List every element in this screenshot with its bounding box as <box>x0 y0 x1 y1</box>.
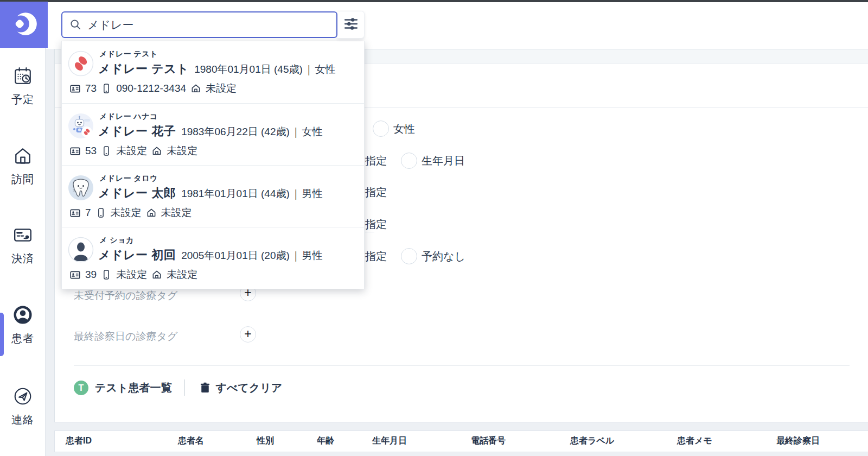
filter-fragment-2: 指定 <box>365 184 387 200</box>
search-filter-button[interactable] <box>337 11 365 39</box>
patient-birthdate: 1981年01月01日 (44歳) <box>181 188 290 199</box>
search-result-row[interactable]: メドレー テスト メドレー テスト1980年01月01日 (45歳)｜女性 73… <box>62 41 364 103</box>
mobile-phone-icon <box>101 145 112 156</box>
patient-kana: メ ショカ <box>99 236 134 245</box>
col-patient-id: 患者ID <box>66 435 92 447</box>
patient-kana: メドレー タロウ <box>99 174 158 183</box>
patient-main-line: メドレー 太郎1981年01月01日 (44歳)｜男性 <box>98 185 322 201</box>
patient-home-value: 未設定 <box>206 81 237 96</box>
app-logo[interactable] <box>0 2 48 48</box>
patient-birthdate: 1980年01月01日 (45歳) <box>194 64 303 75</box>
gender-female-label: 女性 <box>393 121 415 137</box>
mobile-phone-icon <box>101 269 112 280</box>
filter-fragment-3: 指定 <box>365 216 387 232</box>
patient-gender: 男性 <box>302 250 322 261</box>
patient-gender: 女性 <box>315 64 335 75</box>
clear-all-button[interactable]: すべてクリア <box>215 381 282 395</box>
credit-card-icon <box>0 225 46 247</box>
calendar-clock-icon <box>0 66 46 88</box>
last-visit-tag-label: 最終診察日の診療タグ <box>74 330 177 344</box>
search-result-row[interactable]: メドレー タロウ メドレー 太郎1981年01月01日 (44歳)｜男性 7 未… <box>62 165 364 227</box>
patient-search-input[interactable] <box>61 11 337 38</box>
birthdate-radio[interactable] <box>401 153 417 169</box>
sidebar-item-schedule[interactable]: 予定 <box>0 66 46 107</box>
trash-icon <box>200 382 210 393</box>
gender-female-radio[interactable] <box>373 121 389 137</box>
patient-name: メドレー 太郎 <box>98 186 176 200</box>
separator-bar: ｜ <box>291 126 301 137</box>
patient-id-value: 53 <box>85 145 97 157</box>
no-reservation-radio[interactable] <box>401 248 417 264</box>
active-nav-indicator <box>0 313 4 356</box>
col-gender: 性別 <box>257 435 274 447</box>
test-list-badge: T <box>74 381 88 395</box>
patient-home-value: 未設定 <box>167 268 197 282</box>
patient-meta-line: 7 未設定 未設定 <box>69 206 192 220</box>
patient-meta-line: 73 090-1212-3434 未設定 <box>69 81 237 96</box>
patient-name: メドレー 初回 <box>98 248 176 262</box>
hidden-field-edge <box>365 166 374 166</box>
patient-phone-value: 未設定 <box>116 144 147 158</box>
sidebar-label-patients: 患者 <box>0 331 46 346</box>
patient-home-value: 未設定 <box>161 206 192 220</box>
col-phone: 電話番号 <box>471 435 506 447</box>
patient-gender: 男性 <box>302 188 322 199</box>
no-reservation-label: 予約なし <box>422 248 465 264</box>
id-card-icon <box>69 83 81 94</box>
sidebar: 予定 訪問 決済 <box>0 2 46 456</box>
sidebar-item-patients[interactable]: 患者 <box>0 305 46 346</box>
sidebar-label-payment: 決済 <box>0 251 46 266</box>
patient-kana: メドレー テスト <box>99 49 158 59</box>
col-age: 年齢 <box>317 435 334 447</box>
col-memo: 患者メモ <box>677 435 712 447</box>
id-card-icon <box>69 145 81 157</box>
window-top-edge <box>0 0 868 2</box>
patient-phone-value: 未設定 <box>111 206 142 220</box>
separator-bar: ｜ <box>291 188 301 199</box>
home-address-icon <box>146 207 157 218</box>
home-icon <box>0 146 46 168</box>
filter-footer-divider <box>74 365 850 366</box>
patient-meta-line: 53 未設定 未設定 <box>69 144 197 158</box>
patient-kana: メドレー ハナコ <box>99 112 158 122</box>
patient-birthdate: 1983年06月22日 (42歳) <box>181 126 290 137</box>
col-birthdate: 生年月日 <box>372 435 407 447</box>
hidden-field-edge <box>365 232 374 232</box>
sidebar-item-visit[interactable]: 訪問 <box>0 146 46 187</box>
filter-fragment-1: 指定 <box>365 153 387 169</box>
patient-name: メドレー 花子 <box>98 124 176 138</box>
avatar-default-person <box>68 237 94 263</box>
avatar-tooth <box>68 175 94 201</box>
sidebar-label-visit: 訪問 <box>0 172 46 187</box>
birthdate-label: 生年月日 <box>422 153 465 169</box>
col-patient-name: 患者名 <box>178 435 204 447</box>
search-result-row[interactable]: メドレー ハナコ メドレー 花子1983年06月22日 (42歳)｜女性 53 … <box>62 103 364 165</box>
patient-table-header: 患者ID 患者名 性別 年齢 生年月日 電話番号 患者ラベル 患者メモ 最終診察… <box>54 430 868 452</box>
search-result-row[interactable]: メ ショカ メドレー 初回2005年01月01日 (20歳)｜男性 39 未設定 <box>62 227 364 289</box>
col-label: 患者ラベル <box>570 435 614 447</box>
home-address-icon <box>151 269 162 280</box>
patient-name: メドレー テスト <box>98 62 189 75</box>
avatar-medley-logo <box>68 50 94 77</box>
sidebar-item-contact[interactable]: 連絡 <box>0 387 46 427</box>
id-card-icon <box>69 207 81 219</box>
sidebar-label-contact: 連絡 <box>0 413 46 427</box>
patient-id-value: 7 <box>85 207 91 219</box>
patient-phone-value: 未設定 <box>116 268 147 282</box>
home-address-icon <box>151 145 162 156</box>
patient-home-value: 未設定 <box>167 144 197 158</box>
patient-id-value: 39 <box>85 269 97 281</box>
paper-plane-icon <box>0 387 46 408</box>
mobile-phone-icon <box>101 83 112 94</box>
avatar-robot <box>68 113 94 139</box>
col-last-visit: 最終診察日 <box>776 435 820 447</box>
add-last-visit-tag-button[interactable]: + <box>240 326 256 343</box>
filter-fragment-4: 指定 <box>365 248 387 264</box>
mobile-phone-icon <box>95 207 106 218</box>
separator-bar: ｜ <box>291 250 301 261</box>
test-patient-list-link[interactable]: テスト患者一覧 <box>95 381 171 395</box>
separator-bar: ｜ <box>304 64 314 75</box>
patient-avatar-icon <box>0 305 46 327</box>
sidebar-item-payment[interactable]: 決済 <box>0 225 46 266</box>
pending-reservation-tag-label: 未受付予約の診療タグ <box>74 289 177 303</box>
